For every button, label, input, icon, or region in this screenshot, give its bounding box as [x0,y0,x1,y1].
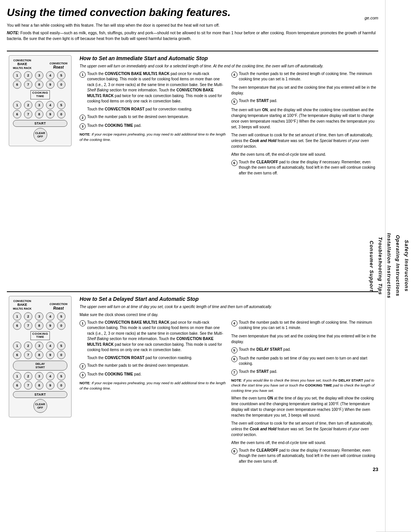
num-3[interactable]: 3 [35,71,43,80]
p2-num-5[interactable]: 5 [57,312,65,321]
num-9b[interactable]: 9 [46,110,54,118]
num-9[interactable]: 9 [46,80,54,89]
num-2[interactable]: 2 [24,71,32,80]
s2-step-text-3: Touch the COOKING TIME pad. [87,372,227,377]
page-title: Using the timed convection baking featur… [7,7,231,19]
p2-num-4[interactable]: 4 [46,312,54,321]
s2-step-4: 4 Touch the number pads to set the desir… [231,320,379,331]
num-6[interactable]: 6 [13,80,21,89]
p2-num-2[interactable]: 2 [24,312,32,321]
p2-num-9c[interactable]: 9 [46,381,54,390]
s2-step-conv-roast: Touch the CONVECTION ROAST pad for conve… [87,355,227,361]
s1-body2: The oven will continue to cook for the s… [231,132,379,149]
num-8b[interactable]: 8 [35,110,43,118]
right-sidebar: Safety Instructions Operating Instructio… [385,0,411,532]
p2-num-2c[interactable]: 2 [24,372,32,380]
section2-intro: The upper oven will turn on at time of d… [80,304,378,310]
num-7[interactable]: 7 [24,80,32,89]
p2-num-1[interactable]: 1 [13,312,21,321]
p2-num-8b[interactable]: 8 [35,351,43,359]
p2-num-2b[interactable]: 2 [24,342,32,350]
s2-make-sure: Make sure the clock shows correct time o… [80,312,378,318]
p2-num-4c[interactable]: 4 [46,372,54,380]
step-num-3: 3 [80,123,86,129]
num-5[interactable]: 5 [57,71,65,80]
s2-step-6: 6 Touch the number pads to set time of d… [231,356,379,367]
oven2-top-left-label: CONVECTION BAKE MULTI/1 RACK [13,299,32,311]
p2-num-4b[interactable]: 4 [46,342,54,350]
delay-start-button[interactable]: DELAY START [13,361,67,371]
s2-body1: When the oven turns ON at the time of da… [231,395,379,418]
s2-step-text-6: Touch the number pads to set time of day… [239,356,379,367]
step-num-2: 2 [80,115,86,121]
num-5b[interactable]: 5 [57,101,65,109]
num-1b[interactable]: 1 [13,101,21,109]
sidebar-safety: Safety Instructions [402,0,411,532]
p2-num-3b[interactable]: 3 [35,342,43,350]
s2-step-7: 7 Touch the START pad. [231,369,379,375]
sidebar-installation: Installation Instructions [385,0,393,532]
p2-num-1c[interactable]: 1 [13,372,21,380]
s2-step-num-4: 4 [231,320,237,326]
num-2b[interactable]: 2 [24,101,32,109]
p2-num-0c[interactable]: 0 [57,381,65,390]
p2-num-7c[interactable]: 7 [24,381,32,390]
num-0[interactable]: 0 [57,80,65,89]
step-1-4: 4 Touch the number pads to set the desir… [231,71,379,82]
s1-body-temp: The oven temperature that you set and th… [231,85,379,96]
num-1[interactable]: 1 [13,71,21,80]
sidebar-consumer: Consumer Support [367,0,376,532]
intro-note: NOTE: Foods that spoil easily—such as mi… [7,30,378,41]
p2-num-7b[interactable]: 7 [24,351,32,359]
clear-off-button-1[interactable]: CLEAR OFF [33,128,47,142]
s2-step-num-3: 3 [80,372,86,378]
step-1-2: 2 Touch the number pads to set the desir… [80,114,227,121]
num-0b[interactable]: 0 [57,110,65,118]
s2-step-2: 2 Touch the number pads to set the desir… [80,363,227,369]
p2-num-8[interactable]: 8 [35,321,43,330]
p2-num-6c[interactable]: 6 [13,381,21,390]
oven-top-right-label: CONVECTION Roast [49,62,67,70]
num-4b[interactable]: 4 [46,101,54,109]
p2-num-0[interactable]: 0 [57,321,65,330]
section1-note: NOTE: If your recipe requires preheating… [80,132,227,142]
p2-num-5c[interactable]: 5 [57,372,65,380]
sidebar-troubleshooting: Troubleshooting Tips [376,0,385,532]
num-8[interactable]: 8 [35,80,43,89]
oven-panel-2: CONVECTION BAKE MULTI/1 RACK CONVECTION … [9,296,72,417]
start-button-2[interactable]: START [13,391,67,398]
p2-num-9[interactable]: 9 [46,321,54,330]
p2-num-1b[interactable]: 1 [13,342,21,350]
s2-body3: After the oven turns off, the end-of-cyc… [231,440,379,446]
p2-num-0b[interactable]: 0 [57,351,65,359]
step-1-conv-roast: Touch the CONVECTION ROAST pad for conve… [87,107,227,112]
section2-note: NOTE: If your recipe requires preheating… [80,380,227,391]
p2-num-8c[interactable]: 8 [35,381,43,390]
p2-num-3[interactable]: 3 [35,312,43,321]
step-1-5: 5 Touch the START pad. [231,98,379,105]
cooking-time-label[interactable]: COOKING TIME [30,90,50,99]
oven2-numpad-2: 1 2 3 4 5 6 7 8 9 0 [13,342,67,359]
p2-num-3c[interactable]: 3 [35,372,43,380]
p2-cooking-time-label[interactable]: COOKING TIME [30,331,50,340]
s2-step-text-8: Touch the CLEAR/OFF pad to clear the dis… [239,448,379,465]
s1-body1: The oven will turn ON, and the display w… [231,107,379,130]
p2-num-6b[interactable]: 6 [13,351,21,359]
oven-panel-1: CONVECTION BAKE MULTI/1 RACK CONVECTION … [9,55,72,146]
p2-num-9b[interactable]: 9 [46,351,54,359]
step-text-5: Touch the START pad. [239,98,379,104]
step-text-4: Touch the number pads to set the desired… [239,71,379,82]
s2-body2: The oven will continue to cook for the s… [231,420,379,438]
oven-numpad-1: 1 2 3 4 5 6 7 8 9 0 [13,71,67,89]
num-3b[interactable]: 3 [35,101,43,109]
p2-num-7[interactable]: 7 [24,321,32,330]
p2-num-6[interactable]: 6 [13,321,21,330]
s2-step-text-4: Touch the number pads to set the desired… [239,320,379,331]
num-6b[interactable]: 6 [13,110,21,118]
p2-num-5b[interactable]: 5 [57,342,65,350]
num-4[interactable]: 4 [46,71,54,80]
start-button-1[interactable]: START [13,120,67,127]
num-7b[interactable]: 7 [24,110,32,118]
s2-step-text-5: Touch the DELAY START pad. [239,347,379,353]
clear-off-button-2[interactable]: CLEAR OFF [33,399,47,413]
